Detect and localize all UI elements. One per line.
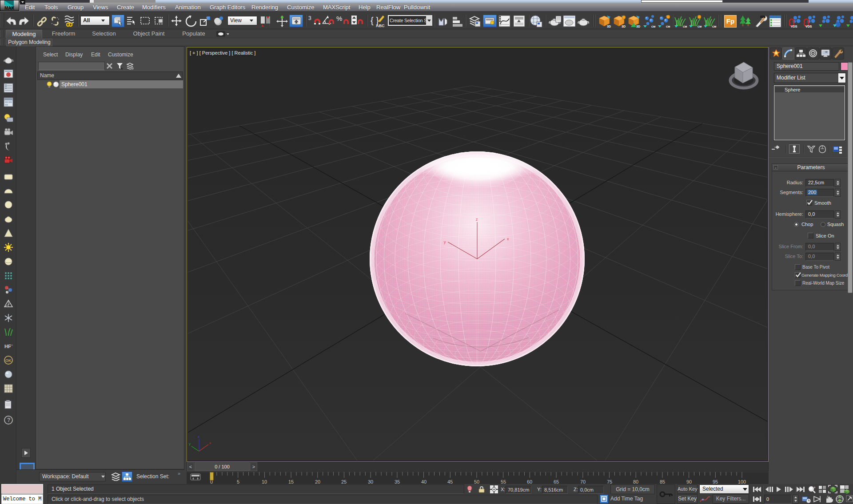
svg-text:%: % [336, 15, 342, 22]
svg-text:y: y [444, 240, 446, 244]
svg-text:y: y [189, 442, 191, 446]
svg-text:CM: CM [712, 25, 716, 28]
svg-text:ABC: ABC [376, 24, 385, 28]
svg-text:x: x [507, 237, 509, 241]
svg-text:VDS: VDS [805, 25, 812, 28]
svg-text:CM: CM [698, 25, 702, 28]
svg-text:3: 3 [308, 15, 311, 21]
svg-text:OK: OK [5, 358, 12, 363]
svg-text:z: z [476, 217, 478, 222]
svg-text:MAX: MAX [4, 6, 15, 11]
svg-text:+: + [813, 485, 816, 490]
svg-text:x: x [209, 441, 211, 445]
svg-text:CM: CM [651, 25, 655, 28]
svg-text:3D: 3D [607, 25, 611, 28]
svg-text:CM: CM [683, 25, 687, 28]
svg-text:z: z [198, 435, 199, 439]
svg-text:3D: 3D [636, 25, 640, 28]
svg-text:3D: 3D [622, 25, 626, 28]
svg-text:CM: CM [666, 25, 670, 28]
svg-text:?: ? [7, 417, 10, 423]
svg-text:VDS: VDS [791, 25, 797, 28]
